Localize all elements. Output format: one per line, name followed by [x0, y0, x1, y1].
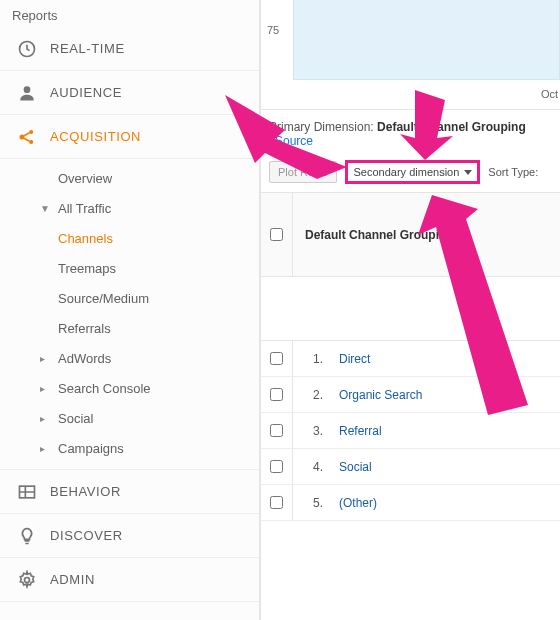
- nav-label: REAL-TIME: [40, 41, 125, 56]
- gear-icon: [14, 570, 40, 590]
- row-label[interactable]: Social: [327, 460, 560, 474]
- subnav-label: Channels: [58, 231, 113, 246]
- subnav-label: Social: [58, 411, 93, 426]
- row-label[interactable]: Organic Search: [327, 388, 560, 402]
- sidebar: Reports REAL-TIME AUDIENCE ACQUISITION O…: [0, 0, 260, 620]
- table-row[interactable]: 1. Direct: [261, 341, 560, 377]
- primary-dimension-bar: Primary Dimension: Default Channel Group…: [261, 110, 560, 156]
- share-icon: [14, 127, 40, 147]
- nav-discover[interactable]: DISCOVER: [0, 514, 259, 558]
- table-row[interactable]: 5. (Other): [261, 485, 560, 521]
- table-row[interactable]: 4. Social: [261, 449, 560, 485]
- caret-down-icon: ▼: [40, 203, 58, 214]
- nav-realtime[interactable]: REAL-TIME: [0, 27, 259, 71]
- bulb-icon: [14, 526, 40, 546]
- select-all-checkbox[interactable]: [270, 228, 283, 241]
- subnav-adwords[interactable]: ▸ AdWords: [40, 343, 259, 373]
- subnav-source-medium[interactable]: Source/Medium: [40, 283, 259, 313]
- chart-area: 75 Oct: [261, 0, 560, 110]
- plot-rows-button[interactable]: Plot Rows: [269, 161, 337, 183]
- subnav-label: AdWords: [58, 351, 111, 366]
- table-header: Default Channel Grouping: [261, 193, 560, 277]
- main-content: 75 Oct Primary Dimension: Default Channe…: [260, 0, 560, 620]
- secondary-dimension-dropdown[interactable]: Secondary dimension: [345, 160, 481, 184]
- row-label[interactable]: Referral: [327, 424, 560, 438]
- subnav-label: All Traffic: [58, 201, 111, 216]
- row-rank: 1.: [293, 352, 327, 366]
- caret-right-icon: ▸: [40, 353, 58, 364]
- nav-audience[interactable]: AUDIENCE: [0, 71, 259, 115]
- clock-icon: [14, 39, 40, 59]
- subnav-overview[interactable]: Overview: [40, 163, 259, 193]
- nav-acquisition[interactable]: ACQUISITION: [0, 115, 259, 159]
- svg-point-6: [25, 577, 30, 582]
- subnav-all-traffic[interactable]: ▼ All Traffic: [40, 193, 259, 223]
- svg-point-2: [20, 134, 25, 139]
- header-checkbox-cell: [261, 193, 293, 276]
- subnav-label: Referrals: [58, 321, 111, 336]
- table-row[interactable]: 3. Referral: [261, 413, 560, 449]
- row-checkbox[interactable]: [270, 460, 283, 473]
- nav-label: AUDIENCE: [40, 85, 122, 100]
- nav-label: BEHAVIOR: [40, 484, 121, 499]
- sort-type-label: Sort Type:: [488, 166, 538, 178]
- row-checkbox[interactable]: [270, 496, 283, 509]
- caret-right-icon: ▸: [40, 413, 58, 424]
- row-rank: 3.: [293, 424, 327, 438]
- primary-dimension-prefix: Primary Dimension:: [269, 120, 374, 134]
- chart-x-label: Oct: [541, 88, 558, 100]
- chart-y-tick: 75: [267, 24, 279, 36]
- sidebar-title: Reports: [0, 0, 259, 27]
- acquisition-subnav: Overview ▼ All Traffic Channels Treemaps…: [0, 159, 259, 470]
- row-label[interactable]: (Other): [327, 496, 560, 510]
- nav-label: ADMIN: [40, 572, 95, 587]
- row-rank: 2.: [293, 388, 327, 402]
- controls-row: Plot Rows Secondary dimension Sort Type:: [261, 156, 560, 193]
- subnav-social[interactable]: ▸ Social: [40, 403, 259, 433]
- subnav-label: Overview: [58, 171, 112, 186]
- row-checkbox[interactable]: [270, 424, 283, 437]
- subnav-label: Search Console: [58, 381, 151, 396]
- subnav-label: Campaigns: [58, 441, 124, 456]
- row-rank: 5.: [293, 496, 327, 510]
- subnav-search-console[interactable]: ▸ Search Console: [40, 373, 259, 403]
- table-spacer: [261, 277, 560, 341]
- row-label[interactable]: Direct: [327, 352, 560, 366]
- row-checkbox[interactable]: [270, 352, 283, 365]
- nav-behavior[interactable]: BEHAVIOR: [0, 470, 259, 514]
- subnav-referrals[interactable]: Referrals: [40, 313, 259, 343]
- subnav-label: Treemaps: [58, 261, 116, 276]
- nav-label: ACQUISITION: [40, 129, 141, 144]
- table-row[interactable]: 2. Organic Search: [261, 377, 560, 413]
- nav-label: DISCOVER: [40, 528, 123, 543]
- column-header[interactable]: Default Channel Grouping: [293, 228, 560, 242]
- subnav-channels[interactable]: Channels: [40, 223, 259, 253]
- subnav-treemaps[interactable]: Treemaps: [40, 253, 259, 283]
- caret-right-icon: ▸: [40, 383, 58, 394]
- caret-right-icon: ▸: [40, 443, 58, 454]
- dimension-source-link[interactable]: Source: [275, 134, 313, 148]
- person-icon: [14, 83, 40, 103]
- primary-dimension-value[interactable]: Default Channel Grouping: [377, 120, 526, 134]
- grid-icon: [14, 482, 40, 502]
- chart-plot: [293, 0, 560, 80]
- row-checkbox[interactable]: [270, 388, 283, 401]
- svg-point-1: [24, 86, 31, 93]
- nav-admin[interactable]: ADMIN: [0, 558, 259, 602]
- subnav-label: Source/Medium: [58, 291, 149, 306]
- row-rank: 4.: [293, 460, 327, 474]
- subnav-campaigns[interactable]: ▸ Campaigns: [40, 433, 259, 463]
